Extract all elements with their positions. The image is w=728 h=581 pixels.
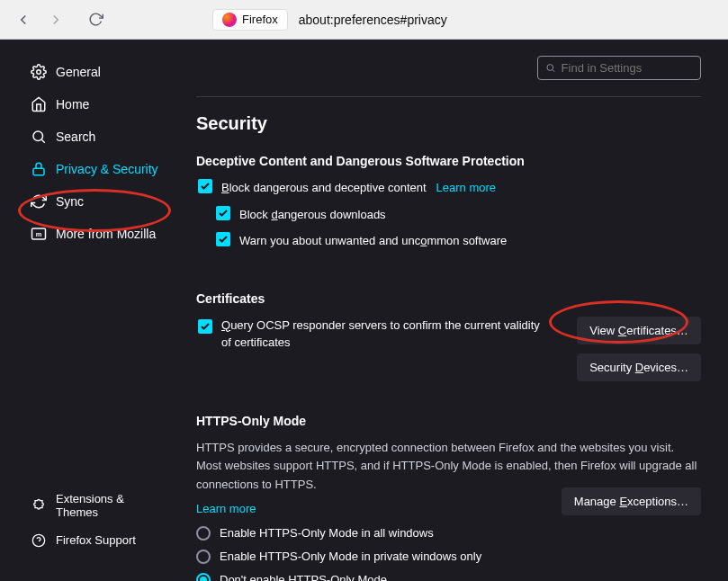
- address-bar[interactable]: Firefox about:preferences#privacy: [212, 9, 453, 31]
- https-off-row[interactable]: Don't enable HTTPS-Only Mode: [196, 573, 701, 581]
- url-text[interactable]: about:preferences#privacy: [293, 10, 453, 30]
- puzzle-icon: [31, 498, 47, 513]
- sidebar-item-label: More from Mozilla: [56, 227, 156, 241]
- https-all-row[interactable]: Enable HTTPS-Only Mode in all windows: [196, 526, 701, 541]
- sidebar-item-addons[interactable]: Extensions & Themes: [0, 485, 180, 526]
- identity-label: Firefox: [242, 13, 278, 26]
- warn-uncommon-row[interactable]: Warn you about unwanted and uncommon sof…: [196, 232, 701, 250]
- settings-search-input[interactable]: [562, 61, 693, 75]
- svg-text:m: m: [36, 230, 42, 238]
- warn-uncommon-label: Warn you about unwanted and uncommon sof…: [239, 232, 507, 250]
- sidebar-item-home[interactable]: Home: [0, 88, 180, 121]
- svg-line-2: [41, 139, 44, 142]
- svg-point-1: [33, 131, 43, 141]
- certificates-heading: Certificates: [196, 291, 701, 306]
- https-off-label: Don't enable HTTPS-Only Mode: [220, 573, 387, 581]
- sidebar-item-label: Search: [56, 130, 95, 144]
- page-heading: Security: [196, 113, 701, 134]
- preferences-main: Security Deceptive Content and Dangerous…: [180, 40, 728, 581]
- sidebar-item-label: Sync: [56, 194, 84, 209]
- deceptive-heading: Deceptive Content and Dangerous Software…: [196, 154, 701, 168]
- back-button[interactable]: [9, 5, 38, 34]
- sidebar-item-privacy[interactable]: Privacy & Security: [0, 153, 180, 185]
- manage-exceptions-button[interactable]: Manage Exceptions…: [562, 487, 701, 515]
- category-sidebar: General Home Search Privacy & Security S…: [0, 40, 180, 581]
- checkbox-ocsp[interactable]: [198, 319, 212, 334]
- radio-https-private[interactable]: [196, 550, 211, 564]
- ocsp-row[interactable]: Query OCSP responder servers to confirm …: [196, 317, 559, 352]
- preferences-body: General Home Search Privacy & Security S…: [0, 40, 728, 581]
- sidebar-item-support[interactable]: Firefox Support: [0, 526, 180, 554]
- svg-rect-3: [33, 168, 44, 175]
- sidebar-item-more-mozilla[interactable]: m More from Mozilla: [0, 218, 180, 250]
- view-certificates-button[interactable]: View Certificates…: [577, 317, 701, 344]
- svg-point-8: [547, 65, 553, 71]
- security-devices-button[interactable]: Security Devices…: [577, 353, 701, 381]
- site-identity-pill[interactable]: Firefox: [212, 9, 288, 31]
- sidebar-item-label: Extensions & Themes: [56, 492, 166, 519]
- svg-line-9: [553, 70, 554, 72]
- search-icon: [31, 129, 47, 145]
- https-heading: HTTPS-Only Mode: [196, 414, 701, 428]
- help-icon: [31, 533, 47, 548]
- radio-https-off[interactable]: [196, 573, 211, 581]
- block-downloads-row[interactable]: Block dangerous downloads: [196, 206, 701, 224]
- settings-search-box[interactable]: [537, 56, 701, 80]
- sidebar-item-label: Firefox Support: [56, 533, 136, 547]
- learn-more-link[interactable]: Learn more: [436, 181, 496, 194]
- sidebar-item-sync[interactable]: Sync: [0, 185, 180, 218]
- https-private-row[interactable]: Enable HTTPS-Only Mode in private window…: [196, 550, 701, 564]
- firefox-logo-icon: [222, 13, 237, 27]
- sidebar-item-label: General: [56, 65, 101, 79]
- https-all-label: Enable HTTPS-Only Mode in all windows: [220, 526, 434, 540]
- forward-button[interactable]: [41, 5, 70, 34]
- block-deceptive-label: Block dangerous and deceptive content Le…: [221, 179, 496, 197]
- radio-https-all[interactable]: [196, 526, 211, 541]
- browser-toolbar: Firefox about:preferences#privacy: [0, 0, 728, 40]
- sidebar-item-label: Home: [56, 97, 89, 112]
- mozilla-icon: m: [31, 226, 47, 242]
- sidebar-item-general[interactable]: General: [0, 56, 180, 88]
- section-divider: [196, 96, 701, 97]
- block-deceptive-row[interactable]: Block dangerous and deceptive content Le…: [196, 179, 701, 197]
- search-icon: [545, 62, 556, 74]
- https-private-label: Enable HTTPS-Only Mode in private window…: [220, 550, 481, 563]
- lock-icon: [31, 161, 47, 177]
- checkbox-warn-uncommon[interactable]: [216, 232, 230, 246]
- ocsp-label: Query OCSP responder servers to confirm …: [221, 317, 545, 352]
- home-icon: [31, 96, 47, 112]
- checkbox-block-deceptive[interactable]: [198, 179, 212, 193]
- sidebar-item-label: Privacy & Security: [56, 162, 158, 176]
- sidebar-item-search[interactable]: Search: [0, 121, 180, 153]
- sync-icon: [31, 193, 47, 210]
- block-downloads-label: Block dangerous downloads: [239, 206, 386, 224]
- checkbox-block-downloads[interactable]: [216, 206, 230, 220]
- gear-icon: [31, 64, 47, 80]
- svg-point-0: [37, 70, 41, 75]
- reload-button[interactable]: [81, 5, 110, 34]
- sidebar-bottom: Extensions & Themes Firefox Support: [0, 485, 180, 572]
